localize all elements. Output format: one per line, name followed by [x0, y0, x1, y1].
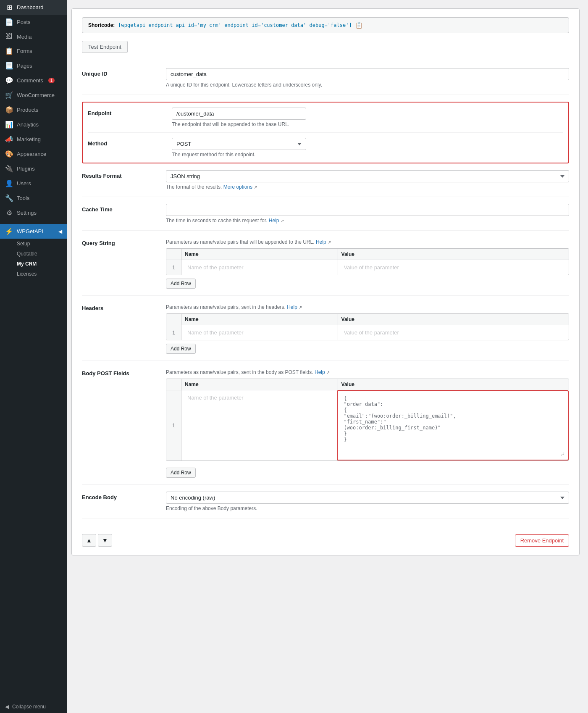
- move-up-button[interactable]: ▲: [82, 534, 96, 547]
- headers-field: Parameters as name/value pairs, sent in …: [166, 303, 569, 354]
- shortcode-bar: Shortcode: [wpgetapi_endpoint api_id='my…: [82, 17, 569, 33]
- endpoint-description: The endpoint that will be appended to th…: [172, 121, 563, 127]
- headers-table: Name Value 1: [166, 313, 569, 340]
- unique-id-input[interactable]: [166, 68, 569, 80]
- unique-id-label: Unique ID: [82, 68, 166, 77]
- encode-body-label: Encode Body: [82, 492, 166, 500]
- sidebar-item-plugins[interactable]: 🔌 Plugins: [0, 161, 67, 176]
- sidebar-item-settings[interactable]: ⚙ Settings: [0, 205, 67, 220]
- endpoint-method-highlight-box: Endpoint The endpoint that will be appen…: [82, 102, 569, 163]
- sidebar: ⊞ Dashboard 📄 Posts 🖼 Media 📋 Forms 📃 Pa…: [0, 0, 67, 713]
- headers-help-link[interactable]: Help: [287, 304, 297, 310]
- wpgetapi-icon: ⚡: [5, 227, 13, 235]
- endpoint-field: The endpoint that will be appended to th…: [172, 108, 563, 127]
- method-select[interactable]: POST GET PUT DELETE PATCH: [172, 138, 306, 150]
- sidebar-item-comments[interactable]: 💬 Comments 1: [0, 73, 67, 88]
- query-value-input-1[interactable]: [341, 263, 565, 272]
- sidebar-item-tools[interactable]: 🔧 Tools: [0, 191, 67, 205]
- bottom-nav: ▲ ▼ Remove Endpoint: [82, 527, 569, 547]
- cache-time-input[interactable]: [166, 204, 569, 216]
- results-format-label: Results Format: [82, 170, 166, 179]
- remove-endpoint-button[interactable]: Remove Endpoint: [515, 534, 569, 547]
- body-post-table-header: Name Value: [166, 379, 569, 390]
- body-post-help-external-icon: ↗: [326, 370, 330, 375]
- more-options-link[interactable]: More options: [223, 184, 252, 190]
- unique-id-field: A unique ID for this endpoint. Lowercase…: [166, 68, 569, 88]
- sidebar-subitem-setup[interactable]: Setup: [12, 239, 67, 249]
- encode-body-description: Encoding of the above Body parameters.: [166, 505, 569, 511]
- endpoint-input[interactable]: [172, 108, 306, 120]
- cache-time-help-link[interactable]: Help: [269, 218, 279, 224]
- query-string-table: Name Value 1: [166, 248, 569, 275]
- encode-body-select[interactable]: No encoding (raw) URL encode JSON encode: [166, 492, 569, 504]
- results-format-select[interactable]: JSON string Array Object: [166, 170, 569, 182]
- comments-badge: 1: [48, 78, 55, 83]
- headers-add-row-button[interactable]: Add Row: [166, 344, 196, 354]
- cache-time-field: The time in seconds to cache this reques…: [166, 204, 569, 224]
- body-post-value-textarea-1[interactable]: { "order_data": { "email":"(woo:order:_b…: [341, 394, 564, 456]
- sidebar-item-pages[interactable]: 📃 Pages: [0, 58, 67, 73]
- wpgetapi-submenu: Setup Quotable My CRM Licenses: [0, 239, 67, 279]
- sidebar-item-woocommerce[interactable]: 🛒 WooCommerce: [0, 88, 67, 103]
- body-post-name-input-1[interactable]: [185, 393, 333, 403]
- query-string-description: Parameters as name/value pairs that will…: [166, 239, 569, 245]
- move-down-button[interactable]: ▼: [98, 534, 112, 547]
- media-icon: 🖼: [5, 33, 13, 40]
- query-string-help-link[interactable]: Help: [316, 239, 326, 245]
- query-value-cell-1: [338, 260, 569, 275]
- headers-label: Headers: [82, 303, 166, 311]
- headers-value-input-1[interactable]: [341, 328, 565, 337]
- query-name-input-1[interactable]: [185, 263, 334, 272]
- collapse-menu-button[interactable]: ◀ Collapse menu: [0, 700, 67, 713]
- sidebar-item-dashboard[interactable]: ⊞ Dashboard: [0, 0, 67, 15]
- copy-icon[interactable]: 📋: [355, 22, 362, 29]
- unique-id-description: A unique ID for this endpoint. Lowercase…: [166, 82, 569, 88]
- headers-row: Headers Parameters as name/value pairs, …: [82, 303, 569, 361]
- query-name-cell-1: [181, 260, 338, 275]
- headers-value-header: Value: [338, 314, 569, 325]
- body-post-row-num-1: 1: [166, 390, 181, 460]
- cache-help-external-icon: ↗: [281, 218, 284, 223]
- collapse-icon: ◀: [5, 704, 9, 710]
- sidebar-item-appearance[interactable]: 🎨 Appearance: [0, 147, 67, 161]
- sidebar-item-wpgetapi[interactable]: ⚡ WPGetAPI ◀: [0, 224, 67, 239]
- woocommerce-icon: 🛒: [5, 91, 13, 99]
- body-post-value-header: Value: [338, 379, 569, 390]
- sidebar-item-marketing[interactable]: 📣 Marketing: [0, 132, 67, 147]
- headers-help-external-icon: ↗: [299, 305, 302, 310]
- sidebar-item-users[interactable]: 👤 Users: [0, 176, 67, 191]
- sidebar-subitem-quotable[interactable]: Quotable: [12, 249, 67, 259]
- sidebar-item-products[interactable]: 📦 Products: [0, 103, 67, 117]
- settings-icon: ⚙: [5, 209, 13, 217]
- query-row-num-1: 1: [166, 260, 181, 275]
- body-post-value-cell-1: { "order_data": { "email":"(woo:order:_b…: [337, 390, 569, 460]
- headers-row-1: 1: [166, 325, 569, 340]
- test-endpoint-button[interactable]: Test Endpoint: [82, 41, 128, 53]
- pages-icon: 📃: [5, 62, 13, 70]
- unique-id-row: Unique ID A unique ID for this endpoint.…: [82, 68, 569, 95]
- encode-body-row: Encode Body No encoding (raw) URL encode…: [82, 492, 569, 518]
- body-post-fields-label: Body POST Fields: [82, 368, 166, 376]
- sidebar-subitem-my-crm[interactable]: My CRM: [12, 259, 67, 269]
- body-post-add-row-button[interactable]: Add Row: [166, 468, 196, 478]
- query-string-value-header: Value: [338, 249, 569, 260]
- headers-description: Parameters as name/value pairs, sent in …: [166, 304, 569, 310]
- query-help-external-icon: ↗: [328, 240, 331, 245]
- main-content: Shortcode: [wpgetapi_endpoint api_id='my…: [67, 0, 588, 713]
- sidebar-item-analytics[interactable]: 📊 Analytics: [0, 117, 67, 132]
- headers-name-header: Name: [181, 314, 338, 325]
- sidebar-item-media[interactable]: 🖼 Media: [0, 29, 67, 44]
- body-post-help-link[interactable]: Help: [315, 369, 325, 375]
- marketing-icon: 📣: [5, 135, 13, 143]
- query-string-header: Name Value: [166, 249, 569, 260]
- external-link-icon: ↗: [254, 185, 257, 189]
- query-string-row: Query String Parameters as name/value pa…: [82, 237, 569, 296]
- analytics-icon: 📊: [5, 121, 13, 129]
- body-post-name-cell-1: [181, 390, 337, 460]
- sidebar-item-forms[interactable]: 📋 Forms: [0, 44, 67, 58]
- query-add-row-button[interactable]: Add Row: [166, 279, 196, 289]
- sidebar-subitem-licenses[interactable]: Licenses: [12, 269, 67, 279]
- forms-icon: 📋: [5, 47, 13, 55]
- headers-name-input-1[interactable]: [185, 328, 334, 337]
- sidebar-item-posts[interactable]: 📄 Posts: [0, 15, 67, 29]
